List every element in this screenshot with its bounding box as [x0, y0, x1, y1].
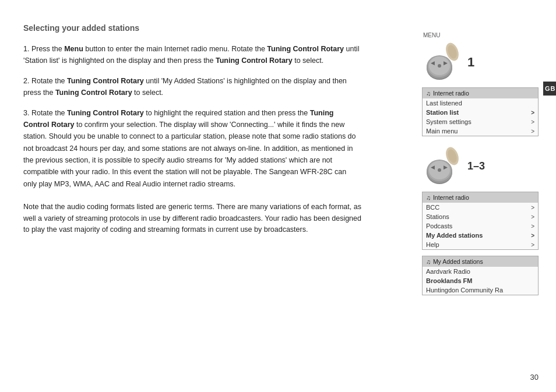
step-number-2: 1–3 [467, 160, 485, 172]
svg-point-15 [438, 168, 441, 172]
display-header-label-2: Internet radio [433, 194, 469, 201]
menu-label: MENU [423, 32, 539, 38]
display-row-3-1: Aardvark Radio [423, 267, 538, 276]
display-icon-2: ♫ [426, 194, 431, 201]
page-number: 30 [530, 373, 539, 382]
rotary-diagram-1: ◀ ▶ [422, 40, 462, 84]
display-box-1: ♫ Internet radio Last listened Station l… [422, 87, 539, 136]
display-header-1: ♫ Internet radio [423, 88, 538, 98]
display-row-2-4: My Added stations> [423, 231, 538, 240]
display-row-2-3: Podcasts> [423, 221, 538, 231]
right-panel: MENU ◀ ▶ 1 [422, 32, 539, 303]
display-row-2-1: BCC> [423, 203, 538, 212]
display-box-3: ♫ My Added stations Aardvark Radio Brook… [422, 256, 539, 295]
display-icon-1: ♫ [426, 90, 431, 97]
svg-point-6 [438, 64, 441, 68]
display-row-1-3: System settings> [423, 117, 538, 126]
gb-tab: GB [543, 82, 556, 96]
display-box-2: ♫ Internet radio BCC> Stations> Podcasts… [422, 192, 539, 250]
display-icon-3: ♫ [426, 258, 431, 265]
step-3-text: 3. Rotate the Tuning Control Rotary to h… [23, 109, 356, 188]
diagram-block-1: MENU ◀ ▶ 1 [422, 32, 539, 136]
display-row-1-1: Last listened [423, 98, 538, 108]
display-row-1-4: Main menu> [423, 126, 538, 136]
rotary-diagram-2: ◀ ▶ [422, 144, 462, 188]
step-2: 2. Rotate the Tuning Control Rotary unti… [23, 75, 361, 99]
display-header-label-3: My Added stations [433, 258, 483, 265]
svg-text:▶: ▶ [444, 164, 448, 170]
section-title: Selecting your added stations [23, 23, 361, 33]
display-row-2-5: Help> [423, 240, 538, 249]
diagram-block-2: ◀ ▶ 1–3 ♫ Internet radio BCC> Stations> … [422, 144, 539, 295]
display-header-2: ♫ Internet radio [423, 192, 538, 203]
svg-text:▶: ▶ [444, 60, 448, 66]
step-1: 1. Press the Menu button to enter the ma… [23, 43, 361, 67]
step-number-1: 1 [467, 55, 474, 70]
step-3: 3. Rotate the Tuning Control Rotary to h… [23, 107, 361, 190]
display-row-3-3: Huntingdon Community Ra [423, 285, 538, 295]
display-header-label-1: Internet radio [433, 90, 469, 97]
svg-text:◀: ◀ [431, 164, 435, 170]
step-2-text: 2. Rotate the Tuning Control Rotary unti… [23, 77, 347, 97]
step-1-text: 1. Press the Menu button to enter the ma… [23, 45, 359, 65]
display-row-2-2: Stations> [423, 212, 538, 221]
display-header-3: ♫ My Added stations [423, 256, 538, 267]
svg-text:◀: ◀ [431, 60, 435, 66]
display-row-3-2: Brooklands FM [423, 276, 538, 285]
main-content: Selecting your added stations 1. Press t… [23, 23, 361, 235]
display-row-1-2: Station list> [423, 108, 538, 117]
note-text: Note that the audio coding formats liste… [23, 202, 361, 235]
